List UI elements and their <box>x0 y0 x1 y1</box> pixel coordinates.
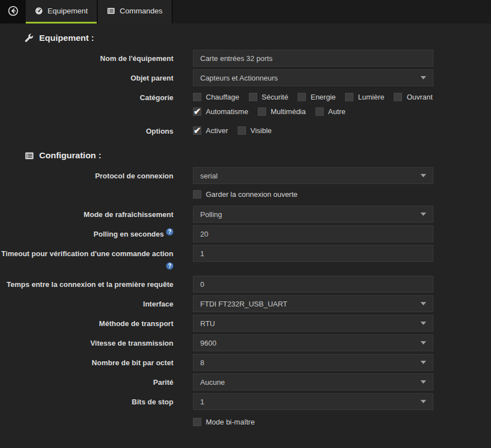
interface-select[interactable]: FTDI FT232R_USB_UART <box>193 295 433 312</box>
row-objet-parent: Objet parent Capteurs et Actionneurs <box>0 69 491 89</box>
stop-bits-label: Bits de stop <box>0 393 173 409</box>
tab-commandes-label: Commandes <box>120 7 163 15</box>
nav-strip: Equipement Commandes <box>0 0 173 23</box>
parity-label: Parité <box>0 374 173 390</box>
chauffage-label: Chauffage <box>206 90 239 104</box>
lumiere-checkbox-box[interactable] <box>345 93 353 101</box>
checkbox-garder-connexion[interactable]: Garder la connexion ouverte <box>193 187 298 201</box>
energie-checkbox-box[interactable] <box>298 93 306 101</box>
refresh-mode-value: Polling <box>200 210 222 219</box>
lumiere-label: Lumière <box>358 90 384 104</box>
checkbox-chauffage[interactable]: Chauffage <box>193 90 239 104</box>
byte-bits-label: Nombre de bit par octet <box>0 354 173 370</box>
equipement-section-header: Equipement : <box>25 33 491 43</box>
row-timeout: Timeout pour vérification d'une commande… <box>0 245 491 276</box>
row-speed: Vitesse de transmission 9600 <box>0 334 491 354</box>
options-label: Options <box>0 122 173 139</box>
objet-parent-select[interactable]: Capteurs et Actionneurs <box>193 69 433 86</box>
garder-connexion-checkbox-box[interactable] <box>193 190 201 199</box>
stop-bits-select[interactable]: 1 <box>193 393 433 410</box>
row-parity: Parité Aucune <box>0 374 491 393</box>
objet-parent-value: Capteurs et Actionneurs <box>200 74 278 82</box>
categorie-label: Catégorie <box>0 89 173 105</box>
polling-input[interactable] <box>193 225 433 242</box>
options-checkbox-group: Activer Visible <box>193 122 433 138</box>
question-circle-icon[interactable]: ? <box>166 262 173 270</box>
checkbox-activer[interactable]: Activer <box>193 124 228 138</box>
nom-equipement-input[interactable] <box>193 50 433 67</box>
activer-checkbox-box[interactable] <box>193 126 201 135</box>
row-categorie: Catégorie Chauffage Sécurité Energie Lum… <box>0 89 491 122</box>
multimedia-label: Multimédia <box>271 105 306 119</box>
checkbox-bi-maitre[interactable]: Mode bi-maître <box>193 415 254 429</box>
row-keep-open: Garder la connexion ouverte <box>0 187 491 206</box>
parity-select[interactable]: Aucune <box>193 374 433 390</box>
row-nom-equipement: Nom de l'équipement <box>0 50 491 69</box>
checkbox-visible[interactable]: Visible <box>238 124 272 138</box>
refresh-mode-label: Mode de rafraîchissement <box>0 206 173 222</box>
delay-input[interactable] <box>193 276 433 293</box>
refresh-mode-select[interactable]: Polling <box>193 206 433 223</box>
transport-select[interactable]: RTU <box>193 315 433 332</box>
nom-equipement-label: Nom de l'équipement <box>0 50 173 66</box>
bi-maitre-checkbox-box[interactable] <box>193 418 201 426</box>
chevron-down-icon <box>421 380 426 384</box>
row-interface: Interface FTDI FT232R_USB_UART <box>0 295 491 315</box>
timeout-label: Timeout pour vérification d'une commande… <box>0 245 173 276</box>
configuration-section-title: Configuration : <box>39 150 101 161</box>
stop-bits-value: 1 <box>200 398 204 406</box>
chevron-down-icon <box>421 213 426 216</box>
chevron-down-icon <box>421 341 426 345</box>
interface-value: FTDI FT232R_USB_UART <box>200 300 287 308</box>
checkbox-automatisme[interactable]: Automatisme <box>193 105 248 119</box>
parity-value: Aucune <box>200 378 225 386</box>
checkbox-multimedia[interactable]: Multimédia <box>258 105 306 119</box>
byte-bits-value: 8 <box>200 359 204 367</box>
garder-connexion-label: Garder la connexion ouverte <box>206 187 298 201</box>
transport-value: RTU <box>200 319 215 328</box>
row-bi-master: Mode bi-maître <box>0 413 491 433</box>
checkbox-autre[interactable]: Autre <box>315 105 346 119</box>
securite-label: Sécurité <box>262 90 289 104</box>
equipement-section-title: Equipement : <box>39 33 94 43</box>
protocol-value: serial <box>200 172 218 180</box>
byte-bits-select[interactable]: 8 <box>193 354 433 371</box>
protocol-select[interactable]: serial <box>193 167 433 184</box>
timeout-input[interactable] <box>193 245 433 262</box>
arrow-circle-left-icon <box>8 6 18 18</box>
list-alt-icon <box>25 151 34 161</box>
visible-checkbox-box[interactable] <box>238 126 246 135</box>
protocol-label: Protocol de connexion <box>0 167 173 183</box>
chauffage-checkbox-box[interactable] <box>193 93 201 101</box>
chevron-down-icon <box>421 361 426 364</box>
automatisme-checkbox-box[interactable] <box>193 107 201 116</box>
checkbox-lumiere[interactable]: Lumière <box>345 90 384 104</box>
automatisme-label: Automatisme <box>206 105 248 119</box>
multimedia-checkbox-box[interactable] <box>258 107 266 116</box>
main-content: Equipement : Nom de l'équipement Objet p… <box>0 23 491 433</box>
tab-commandes[interactable]: Commandes <box>98 0 172 23</box>
checkbox-securite[interactable]: Sécurité <box>249 90 289 104</box>
row-refresh-mode: Mode de rafraîchissement Polling <box>0 206 491 225</box>
tab-equipement[interactable]: Equipement <box>26 0 97 23</box>
speed-select[interactable]: 9600 <box>193 334 433 351</box>
securite-checkbox-box[interactable] <box>249 93 257 101</box>
visible-label: Visible <box>251 124 272 138</box>
speed-value: 9600 <box>200 339 216 347</box>
configuration-section-header: Configuration : <box>25 150 491 161</box>
top-tab-bar: Equipement Commandes <box>0 0 491 23</box>
chevron-down-icon <box>421 174 426 177</box>
row-transport: Méthode de transport RTU <box>0 315 491 334</box>
categorie-checkbox-group: Chauffage Sécurité Energie Lumière Ouvra… <box>193 89 433 119</box>
row-options: Options Activer Visible <box>0 122 491 142</box>
question-circle-icon[interactable]: ? <box>166 228 173 235</box>
checkbox-energie[interactable]: Energie <box>298 90 336 104</box>
ouvrant-checkbox-box[interactable] <box>394 93 402 101</box>
back-button[interactable] <box>0 0 26 23</box>
bi-maitre-label: Mode bi-maître <box>206 415 254 429</box>
wrench-icon <box>25 34 34 43</box>
autre-checkbox-box[interactable] <box>315 107 324 116</box>
list-icon <box>107 7 115 15</box>
checkbox-ouvrant[interactable]: Ouvrant <box>394 90 432 104</box>
activer-label: Activer <box>206 124 228 138</box>
